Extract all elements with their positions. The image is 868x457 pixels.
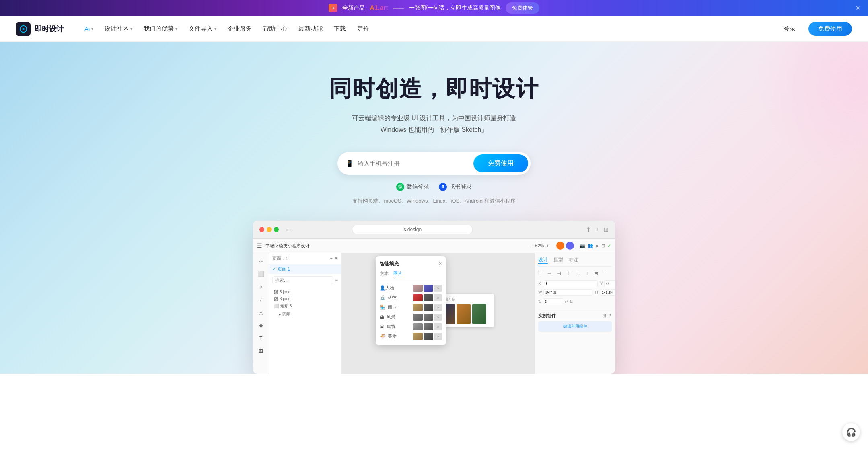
align-middle-v[interactable]: ⊥ [576,271,584,276]
select-tool[interactable]: ⊹ [256,256,266,266]
minimize-traffic-light[interactable] [267,227,272,232]
ai-panel-close[interactable]: × [439,260,442,267]
nav-item-ai[interactable]: Ai ▾ [80,22,98,35]
free-use-button[interactable]: 免费使用 [808,22,852,36]
add-page-icon[interactable]: + [330,256,333,261]
layer-item[interactable]: 🖼6.jpeg [272,289,338,295]
more-tools[interactable]: ⋯ [604,271,612,276]
banner-close-button[interactable]: × [856,4,860,12]
nav-item-community[interactable]: 设计社区 ▾ [100,22,137,36]
nav-item-advantages[interactable]: 我们的优势 ▾ [139,22,182,36]
h-input[interactable] [600,289,615,296]
layer-options-icon[interactable]: ≡ [335,277,338,283]
align-center-h[interactable]: ⊣ [547,271,555,276]
hero-free-use-button[interactable]: 免费使用 [473,154,528,172]
login-button[interactable]: 登录 [775,22,804,36]
align-left[interactable]: ⊢ [538,271,546,276]
book-card-2 [457,304,471,324]
forward-button[interactable]: › [291,226,293,233]
edit-component-button[interactable]: 编辑引用组件 [538,321,612,332]
ai-category-landscape[interactable]: 🏔 风景 » [380,312,442,322]
expand-icon[interactable]: ⊞ [334,256,338,261]
layer-search-input[interactable] [272,276,333,284]
distribute-h[interactable]: ⊞ [594,271,602,276]
add-tab-icon[interactable]: + [596,226,599,233]
prototype-tab[interactable]: 原型 [553,256,563,264]
url-bar[interactable]: js.design [352,225,473,234]
nav-item-download[interactable]: 下载 [329,22,351,36]
biz-more[interactable]: » [434,304,442,311]
image-tool[interactable]: 🖼 [256,346,266,356]
grid-icon[interactable]: ⊞ [604,226,609,233]
nav-item-pricing[interactable]: 定价 [352,22,374,36]
y-input[interactable] [604,280,615,287]
ai-tab-image[interactable]: 图片 [393,271,402,277]
text-tool[interactable]: T [256,334,266,343]
triangle-tool[interactable]: △ [256,308,266,318]
zoom-plus[interactable]: + [547,243,549,248]
align-bottom[interactable]: ⊥ [585,271,593,276]
ai-category-people[interactable]: 👤 人物 » [380,283,442,293]
logo-link[interactable]: 即时设计 [16,22,64,36]
flip-h-icon[interactable]: ⇄ [565,299,568,304]
landscape-label: 风景 [387,314,395,320]
annotation-tab[interactable]: 标注 [569,256,578,264]
play-icon[interactable]: ▶ [596,243,599,248]
ai-category-architecture[interactable]: 🏛 建筑 » [380,322,442,332]
land-more[interactable]: » [434,314,442,321]
w-input[interactable] [543,289,592,296]
instance-detach[interactable]: ⊞ [602,313,606,318]
hamburger-icon[interactable]: ☰ [257,242,262,249]
banner-divider: —— [393,5,404,11]
users-icon[interactable]: 👥 [588,243,593,248]
tech-more[interactable]: » [434,294,442,301]
x-input[interactable] [543,280,598,287]
arch-more[interactable]: » [434,323,442,330]
app-preview: ‹ › js.design ⬆ + ⊞ ☰ 书籍阅读类小程序设计 − 62% + [253,221,615,374]
nav-item-help[interactable]: 帮助中心 [258,22,292,36]
ai-category-business[interactable]: 🏪 商业 » [380,303,442,312]
page-1-item[interactable]: ✓ 页面 1 [269,264,341,274]
book-intro-label: 书籍介绍 [441,297,491,302]
layer-file-icon: 🖼 [274,290,278,294]
layout-icon[interactable]: ⊞ [601,243,605,248]
align-right[interactable]: ⊣ [557,271,565,276]
hero-subtitle-line1: 可云端编辑的专业级 UI 设计工具，为中国设计师量身打造 [352,115,516,121]
hero-section: 同时创造，即时设计 可云端编辑的专业级 UI 设计工具，为中国设计师量身打造 W… [0,42,868,374]
instance-more[interactable]: ↗ [608,313,612,318]
share-icon[interactable]: ⬆ [586,226,591,233]
fill-tool[interactable]: ◆ [256,321,266,330]
nav-item-enterprise[interactable]: 企业服务 [223,22,257,36]
feishu-login-button[interactable]: ⬆ 飞书登录 [439,183,472,191]
frame-tool[interactable]: ⬜ [256,269,266,279]
circle-tool[interactable]: ○ [256,282,266,292]
nav-item-import[interactable]: 文件导入 ▾ [184,22,221,36]
zoom-minus[interactable]: − [530,243,533,248]
phone-input[interactable] [358,160,473,167]
camera-icon[interactable]: 📷 [580,243,585,248]
ai-tab-text[interactable]: 文本 [380,271,389,277]
ai-category-tech[interactable]: 🔬 科技 » [380,293,442,303]
close-traffic-light[interactable] [259,227,264,232]
filename-label[interactable]: 书籍阅读类小程序设计 [265,243,310,249]
ai-category-food[interactable]: 🍜 美食 » [380,332,442,341]
instance-actions: ⊞ ↗ [602,313,612,318]
h-label: H [595,290,598,295]
flip-v-icon[interactable]: ⇅ [570,299,573,304]
food-more[interactable]: » [434,333,442,340]
back-button[interactable]: ‹ [286,226,288,233]
people-more[interactable]: » [434,285,442,292]
layer-item[interactable]: ⬜矩形 8 [272,302,338,310]
pen-tool[interactable]: / [256,295,266,305]
rotation-input[interactable] [543,298,563,305]
check-icon[interactable]: ✓ [607,243,611,248]
align-top[interactable]: ⊤ [566,271,574,276]
hero-input-row: 📱 免费使用 [337,152,531,175]
nav-item-features[interactable]: 最新功能 [294,22,327,36]
wechat-login-button[interactable]: 微 微信登录 [396,183,429,191]
layer-item-child[interactable]: ▸ 圆圈 [272,310,338,318]
layer-item[interactable]: 🖼6.jpeg [272,295,338,302]
maximize-traffic-light[interactable] [274,227,279,232]
design-tab[interactable]: 设计 [538,256,548,264]
banner-cta-button[interactable]: 免费体验 [506,2,539,14]
